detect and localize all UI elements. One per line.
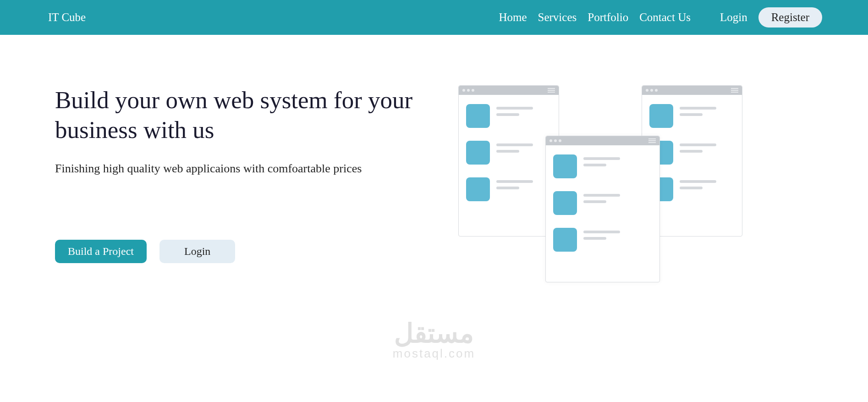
brand-logo[interactable]: IT Cube: [48, 11, 86, 24]
nav-links: Home Services Portfolio Contact Us: [499, 11, 691, 24]
watermark-arabic: مستقل: [393, 320, 475, 347]
watermark: مستقل mostaql.com: [393, 320, 475, 361]
window-body: [546, 145, 659, 274]
auth-links: Login Register: [720, 7, 822, 28]
list-item: [553, 191, 652, 215]
illustration-window-left: [458, 85, 559, 237]
thumbnail-icon: [553, 228, 577, 252]
thumbnail-icon: [466, 141, 490, 165]
window-dots-icon: [462, 89, 474, 92]
hero-login-button[interactable]: Login: [159, 240, 235, 263]
window-dots-icon: [549, 139, 561, 142]
list-item: [553, 154, 652, 178]
window-header: [546, 136, 659, 145]
window-header: [459, 86, 559, 95]
thumbnail-icon: [466, 104, 490, 128]
watermark-latin: mostaql.com: [393, 347, 475, 361]
window-dots-icon: [646, 89, 658, 92]
hero-buttons: Build a Project Login: [55, 240, 431, 263]
hamburger-icon: [548, 88, 555, 93]
hamburger-icon: [731, 88, 738, 93]
list-item: [466, 104, 551, 128]
illustration-window-front: [545, 136, 660, 282]
login-link[interactable]: Login: [720, 11, 747, 24]
nav-link-portfolio[interactable]: Portfolio: [588, 11, 628, 24]
hero-section: Build your own web system for your busin…: [0, 35, 868, 282]
list-item: [553, 228, 652, 252]
thumbnail-icon: [466, 177, 490, 201]
list-item: [649, 141, 735, 165]
build-project-button[interactable]: Build a Project: [55, 240, 147, 263]
hamburger-icon: [648, 138, 656, 143]
window-header: [642, 86, 742, 95]
thumbnail-icon: [553, 154, 577, 178]
register-button[interactable]: Register: [758, 7, 822, 28]
hero-title: Build your own web system for your busin…: [55, 85, 431, 144]
nav-link-contact[interactable]: Contact Us: [639, 11, 691, 24]
navbar: IT Cube Home Services Portfolio Contact …: [0, 0, 868, 35]
thumbnail-icon: [649, 104, 673, 128]
nav-link-home[interactable]: Home: [499, 11, 527, 24]
list-item: [466, 177, 551, 201]
window-body: [459, 95, 559, 223]
list-item: [466, 141, 551, 165]
hero-subtitle: Finishing high quality web applicaions w…: [55, 162, 431, 176]
list-item: [649, 104, 735, 128]
hero-illustration: [458, 85, 742, 282]
nav-right: Home Services Portfolio Contact Us Login…: [499, 7, 822, 28]
list-item: [649, 177, 735, 201]
hero-text: Build your own web system for your busin…: [55, 85, 431, 282]
thumbnail-icon: [553, 191, 577, 215]
nav-link-services[interactable]: Services: [538, 11, 577, 24]
